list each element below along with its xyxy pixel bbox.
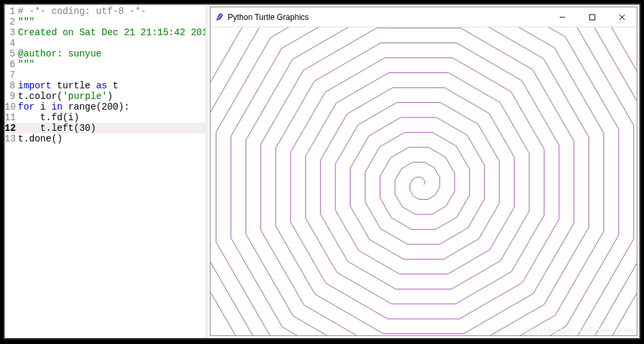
code-line[interactable]: 5@author: sunyue	[5, 48, 205, 59]
line-number: 9	[5, 91, 18, 102]
code-editor[interactable]: 1# -*- coding: utf-8 -*-2"""3Created on …	[5, 5, 205, 338]
code-text: t.done()	[18, 133, 205, 144]
code-line[interactable]: 1# -*- coding: utf-8 -*-	[5, 6, 205, 17]
line-number: 3	[5, 27, 18, 38]
code-text: # -*- coding: utf-8 -*-	[18, 6, 205, 17]
svg-rect-1	[590, 15, 595, 20]
code-text: """	[18, 59, 205, 70]
minimize-button[interactable]	[547, 7, 577, 27]
code-text: Created on Sat Dec 21 21:15:42 2019	[18, 27, 205, 38]
code-text: t.color('purple')	[18, 91, 205, 102]
code-text: t.fd(i)	[18, 112, 205, 123]
title-bar[interactable]: Python Turtle Graphics	[210, 7, 637, 27]
code-text	[18, 38, 205, 48]
maximize-button[interactable]	[577, 7, 607, 27]
line-number: 6	[5, 59, 18, 70]
line-number: 12	[5, 123, 18, 133]
line-number: 1	[5, 6, 18, 17]
line-number: 5	[5, 48, 18, 59]
code-text: for i in range(200):	[18, 102, 205, 112]
code-text: """	[18, 17, 205, 27]
code-text: import turtle as t	[18, 80, 205, 91]
line-number: 10	[5, 102, 18, 112]
splitter[interactable]	[205, 5, 208, 338]
code-line[interactable]: 6"""	[5, 59, 205, 70]
line-number: 11	[5, 112, 18, 123]
line-number: 7	[5, 70, 18, 80]
code-line[interactable]: 8import turtle as t	[5, 80, 205, 91]
close-button[interactable]	[607, 7, 637, 27]
line-number: 8	[5, 80, 18, 91]
line-number: 4	[5, 38, 18, 48]
code-line[interactable]: 12 t.left(30)	[5, 123, 205, 133]
code-text	[18, 70, 205, 80]
code-line[interactable]: 13t.done()	[5, 133, 205, 144]
code-line[interactable]: 10for i in range(200):	[5, 102, 205, 112]
code-text: @author: sunyue	[18, 48, 205, 59]
turtle-window: Python Turtle Graphics	[210, 7, 637, 336]
code-line[interactable]: 2"""	[5, 17, 205, 27]
feather-icon	[210, 13, 224, 22]
line-number: 13	[5, 133, 18, 144]
turtle-canvas	[210, 27, 637, 335]
code-line[interactable]: 7	[5, 70, 205, 80]
code-line[interactable]: 3Created on Sat Dec 21 21:15:42 2019	[5, 27, 205, 38]
code-line[interactable]: 9t.color('purple')	[5, 91, 205, 102]
code-text: t.left(30)	[18, 123, 205, 133]
code-line[interactable]: 4	[5, 38, 205, 48]
line-number: 2	[5, 17, 18, 27]
window-title: Python Turtle Graphics	[224, 13, 547, 22]
code-line[interactable]: 11 t.fd(i)	[5, 112, 205, 123]
turtle-drawing	[210, 27, 637, 335]
